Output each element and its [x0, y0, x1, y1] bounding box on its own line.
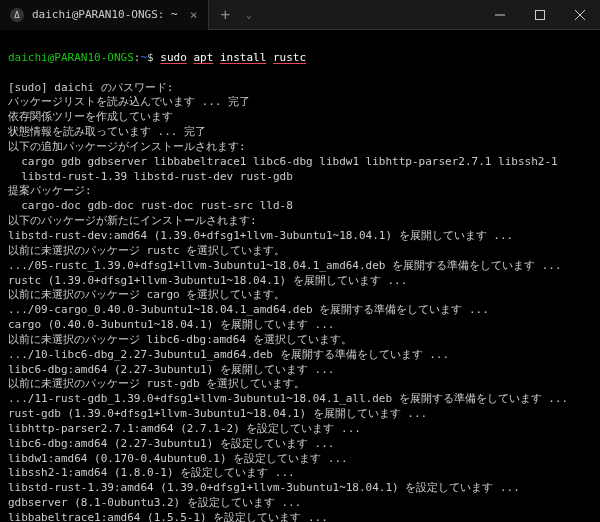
output-line: rust-gdb (1.39.0+dfsg1+llvm-3ubuntu1~18.… [8, 407, 592, 422]
command-rustc: rustc [273, 51, 306, 64]
terminal-tab[interactable]: Δ daichi@PARAN10-ONGS: ~ × [0, 0, 209, 30]
output-line: cargo (0.40.0-3ubuntu1~18.04.1) を展開しています… [8, 318, 592, 333]
maximize-button[interactable] [520, 0, 560, 30]
output-line: 以前に未選択のパッケージ cargo を選択しています。 [8, 288, 592, 303]
prompt-sep2: $ [147, 51, 154, 64]
output-line: パッケージリストを読み込んでいます ... 完了 [8, 95, 592, 110]
tab-shell-icon: Δ [10, 8, 24, 22]
command-install: install [220, 51, 266, 64]
output-line: 以前に未選択のパッケージ rustc を選択しています。 [8, 244, 592, 259]
tab-dropdown-icon[interactable]: ⌄ [242, 10, 255, 20]
minimize-button[interactable] [480, 0, 520, 30]
output-line: 依存関係ツリーを作成しています [8, 110, 592, 125]
output-line: 以下のパッケージが新たにインストールされます: [8, 214, 592, 229]
output-line: rustc (1.39.0+dfsg1+llvm-3ubuntu1~18.04.… [8, 274, 592, 289]
output-line: libstd-rust-1.39:amd64 (1.39.0+dfsg1+llv… [8, 481, 592, 496]
command-apt: apt [193, 51, 213, 64]
output-line: [sudo] daichi のパスワード: [8, 81, 592, 96]
prompt-user: daichi@PARAN10-ONGS [8, 51, 134, 64]
add-tab-button[interactable]: + [209, 5, 243, 24]
output-line: libstd-rust-1.39 libstd-rust-dev rust-gd… [8, 170, 592, 185]
output-line: .../10-libc6-dbg_2.27-3ubuntu1_amd64.deb… [8, 348, 592, 363]
titlebar: Δ daichi@PARAN10-ONGS: ~ × + ⌄ [0, 0, 600, 30]
minimize-icon [495, 10, 505, 20]
output-line: cargo-doc gdb-doc rust-doc rust-src lld-… [8, 199, 592, 214]
output-line: 以前に未選択のパッケージ rust-gdb を選択しています。 [8, 377, 592, 392]
svg-rect-1 [536, 10, 545, 19]
terminal-output[interactable]: daichi@PARAN10-ONGS:~$ sudo apt install … [0, 30, 600, 522]
close-icon [575, 10, 585, 20]
close-button[interactable] [560, 0, 600, 30]
prompt-line: daichi@PARAN10-ONGS:~$ sudo apt install … [8, 51, 592, 66]
maximize-icon [535, 10, 545, 20]
window-controls [480, 0, 600, 30]
output-line: libbabeltrace1:amd64 (1.5.5-1) を設定しています … [8, 511, 592, 522]
output-line: 状態情報を読み取っています ... 完了 [8, 125, 592, 140]
output-line: libssh2-1:amd64 (1.8.0-1) を設定しています ... [8, 466, 592, 481]
tab-title: daichi@PARAN10-ONGS: ~ [32, 8, 178, 21]
command-sudo: sudo [160, 51, 187, 64]
output-line: cargo gdb gdbserver libbabeltrace1 libc6… [8, 155, 592, 170]
output-line: 以下の追加パッケージがインストールされます: [8, 140, 592, 155]
output-line: .../11-rust-gdb_1.39.0+dfsg1+llvm-3ubunt… [8, 392, 592, 407]
close-tab-icon[interactable]: × [190, 7, 198, 22]
output-line: libstd-rust-dev:amd64 (1.39.0+dfsg1+llvm… [8, 229, 592, 244]
output-line: libhttp-parser2.7.1:amd64 (2.7.1-2) を設定し… [8, 422, 592, 437]
output-line: 提案パッケージ: [8, 184, 592, 199]
output-line: libdw1:amd64 (0.170-0.4ubuntu0.1) を設定してい… [8, 452, 592, 467]
output-line: .../09-cargo_0.40.0-3ubuntu1~18.04.1_amd… [8, 303, 592, 318]
output-line: .../05-rustc_1.39.0+dfsg1+llvm-3ubuntu1~… [8, 259, 592, 274]
output-line: libc6-dbg:amd64 (2.27-3ubuntu1) を展開しています… [8, 363, 592, 378]
output-line: 以前に未選択のパッケージ libc6-dbg:amd64 を選択しています。 [8, 333, 592, 348]
output-line: libc6-dbg:amd64 (2.27-3ubuntu1) を設定しています… [8, 437, 592, 452]
output-line: gdbserver (8.1-0ubuntu3.2) を設定しています ... [8, 496, 592, 511]
